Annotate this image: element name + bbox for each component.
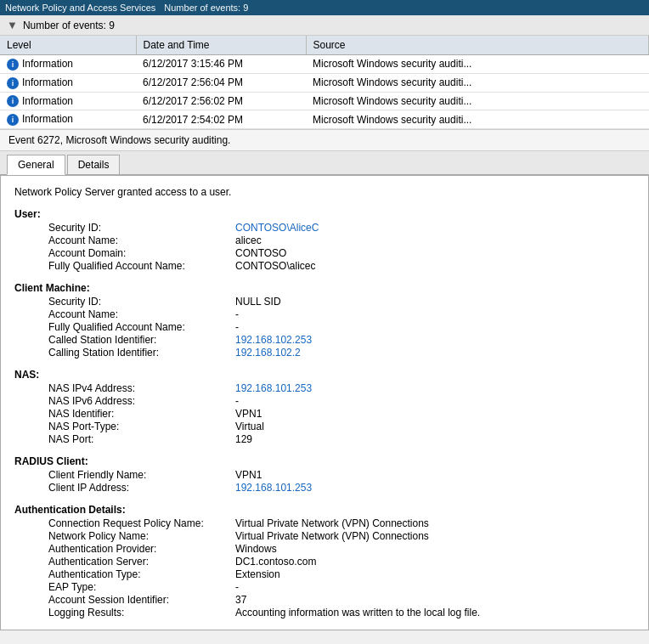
cell-datetime: 6/12/2017 2:54:02 PM [136,110,306,129]
field-value: - [235,581,239,593]
field-value: 192.168.101.253 [235,482,312,494]
field-name: Network Policy Name: [48,530,235,542]
table-row[interactable]: iInformation6/12/2017 2:54:02 PMMicrosof… [0,110,649,129]
info-icon: i [7,95,19,107]
field-value: - [235,395,239,407]
col-datetime: Date and Time [136,36,306,55]
field-name: Client IP Address: [48,482,235,494]
field-name: Fully Qualified Account Name: [48,260,235,272]
cell-level: iInformation [0,73,136,92]
section-label-2: NAS: [14,369,635,381]
field-row: Calling Station Identifier:192.168.102.2 [48,347,635,359]
field-value: DC1.contoso.com [235,556,316,568]
field-row: NAS Identifier:VPN1 [48,408,635,420]
field-value: - [235,321,239,333]
field-row: Account Domain:CONTOSO [48,247,635,259]
events-table: Level Date and Time Source iInformation6… [0,36,649,129]
cell-datetime: 6/12/2017 2:56:02 PM [136,92,306,110]
filter-icon: ▼ [7,19,18,31]
field-name: NAS Port: [48,433,235,445]
field-name: Client Friendly Name: [48,469,235,481]
field-name: Calling Station Identifier: [48,347,235,359]
field-row: Authentication Type:Extension [48,568,635,580]
cell-source: Microsoft Windows security auditi... [306,110,649,129]
field-value: Virtual Private Network (VPN) Connection… [235,517,429,529]
field-row: Client Friendly Name:VPN1 [48,469,635,481]
field-name: Connection Request Policy Name: [48,517,235,529]
field-name: NAS Port-Type: [48,421,235,432]
cell-source: Microsoft Windows security auditi... [306,55,649,74]
field-name: NAS IPv6 Address: [48,395,235,407]
table-row[interactable]: iInformation6/12/2017 2:56:04 PMMicrosof… [0,73,649,92]
field-value: 129 [235,433,252,445]
info-icon: i [7,77,19,89]
field-value: NULL SID [235,296,281,308]
filter-bar: ▼ Number of events: 9 [0,15,649,36]
field-name: Authentication Type: [48,568,235,580]
title-bar: Network Policy and Access Services Numbe… [0,0,649,15]
field-row: Authentication Server:DC1.contoso.com [48,556,635,568]
field-name: Account Domain: [48,247,235,259]
field-row: EAP Type:- [48,581,635,593]
field-name: Logging Results: [48,607,235,619]
field-name: Security ID: [48,222,235,234]
field-row: Account Session Identifier:37 [48,594,635,606]
field-value: CONTOSO [235,247,286,259]
table-header-row: Level Date and Time Source [0,36,649,55]
event-summary-text: Event 6272, Microsoft Windows security a… [8,134,230,146]
field-name: Fully Qualified Account Name: [48,321,235,333]
cell-datetime: 6/12/2017 2:56:04 PM [136,73,306,92]
field-value: Virtual Private Network (VPN) Connection… [235,530,429,542]
field-row: Fully Qualified Account Name:CONTOSO\ali… [48,260,635,272]
cell-source: Microsoft Windows security auditi... [306,73,649,92]
field-value: 192.168.102.253 [235,334,312,346]
section-label-0: User: [14,208,635,220]
field-value: Windows [235,543,277,555]
detail-heading: Network Policy Server granted access to … [14,186,635,198]
field-value: CONTOSO\AliceC [235,222,319,234]
event-summary: Event 6272, Microsoft Windows security a… [0,129,649,151]
field-row: NAS IPv6 Address:- [48,395,635,407]
field-value: Accounting information was written to th… [235,607,480,619]
field-row: Client IP Address:192.168.101.253 [48,482,635,494]
field-name: EAP Type: [48,581,235,593]
tab-details[interactable]: Details [67,155,121,174]
title-event-count: Number of events: 9 [164,3,248,13]
filter-label: Number of events: 9 [23,20,115,31]
field-row: Security ID:NULL SID [48,296,635,308]
section-label-1: Client Machine: [14,282,635,294]
field-name: Authentication Provider: [48,543,235,555]
app-title: Network Policy and Access Services [5,3,155,13]
table-row[interactable]: iInformation6/12/2017 3:15:46 PMMicrosof… [0,55,649,74]
field-name: NAS Identifier: [48,408,235,420]
field-row: Logging Results:Accounting information w… [48,607,635,619]
table-row[interactable]: iInformation6/12/2017 2:56:02 PMMicrosof… [0,92,649,110]
field-name: Security ID: [48,296,235,308]
field-name: NAS IPv4 Address: [48,382,235,394]
field-name: Account Session Identifier: [48,594,235,606]
tabs-bar: General Details [0,151,649,175]
field-row: Account Name:alicec [48,234,635,246]
info-icon: i [7,114,19,126]
detail-panel: Network Policy Server granted access to … [0,175,649,630]
cell-level: iInformation [0,55,136,74]
tab-general[interactable]: General [7,155,65,175]
cell-datetime: 6/12/2017 3:15:46 PM [136,55,306,74]
field-value: alicec [235,234,262,246]
field-value: VPN1 [235,408,262,420]
field-row: Authentication Provider:Windows [48,543,635,555]
field-row: NAS IPv4 Address:192.168.101.253 [48,382,635,394]
field-value: 192.168.102.2 [235,347,301,359]
field-name: Account Name: [48,308,235,320]
field-value: CONTOSO\alicec [235,260,315,272]
field-row: Security ID:CONTOSO\AliceC [48,222,635,234]
cell-level: iInformation [0,110,136,129]
field-row: Account Name:- [48,308,635,320]
section-label-3: RADIUS Client: [14,455,635,467]
field-name: Account Name: [48,234,235,246]
field-row: Network Policy Name:Virtual Private Netw… [48,530,635,542]
field-value: 192.168.101.253 [235,382,312,394]
field-row: Called Station Identifier:192.168.102.25… [48,334,635,346]
info-icon: i [7,59,19,71]
field-value: Virtual [235,421,264,432]
